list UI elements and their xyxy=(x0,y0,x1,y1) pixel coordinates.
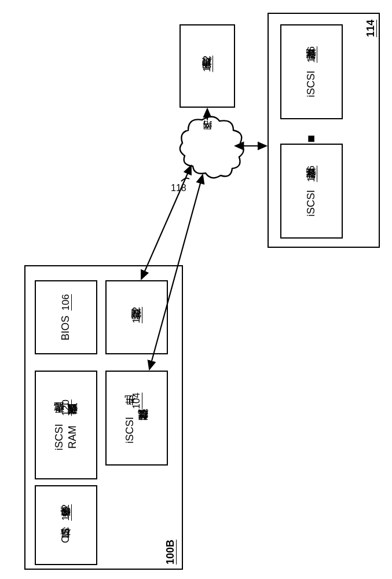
ramdisk-num: 120 xyxy=(60,400,72,416)
bios-label: BIOS xyxy=(59,316,72,340)
ramdisk-loader: 120 iSCSI 无磁盘 RAM 磁盘载入器 xyxy=(35,371,97,479)
osimage-num: 122 xyxy=(60,504,72,521)
bios: 106 BIOS xyxy=(35,280,97,354)
bios-num: 106 xyxy=(60,294,72,310)
osimage-label: 目标 OS 映像事件 xyxy=(59,525,72,546)
ramdisk-label: iSCSI 无磁盘 RAM 磁盘载入器 xyxy=(53,421,80,450)
host-group-num: 100B xyxy=(164,540,177,565)
hba-label: iSCSI 主机 总线配接器 xyxy=(123,414,151,444)
storage-device-top-label: iSCSI 存储装置 xyxy=(305,68,318,97)
storage-device-bottom-num: 116 xyxy=(306,166,317,182)
storage-group-num: 114 xyxy=(365,20,377,37)
os-image-event: 122 目标 OS 映像事件 xyxy=(35,485,97,565)
storage-device-top-num: 116 xyxy=(306,46,317,63)
storage-device-top: 116 iSCSI 存储装置 xyxy=(280,24,343,119)
hba-num: 104 xyxy=(131,393,142,409)
controller: 102 控制器 xyxy=(105,280,168,354)
network-ref: 118 xyxy=(171,183,186,193)
user-device: 112 用户装置 xyxy=(179,24,235,108)
user-device-num: 112 xyxy=(202,56,213,72)
storage-device-bottom: 116 iSCSI 存储装置 xyxy=(280,144,343,239)
storage-device-bottom-label: iSCSI 存储装置 xyxy=(305,187,318,217)
hba: 104 iSCSI 主机 总线配接器 xyxy=(105,371,168,466)
controller-num: 102 xyxy=(131,307,142,323)
